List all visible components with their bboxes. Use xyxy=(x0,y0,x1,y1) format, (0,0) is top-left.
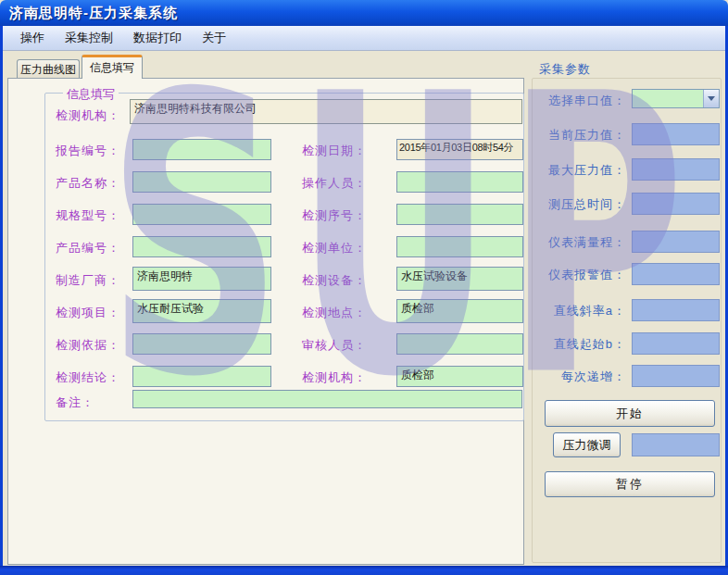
test-date-input[interactable]: 2015年01月03日08时54分 xyxy=(396,139,523,160)
total-time-input[interactable] xyxy=(632,193,720,215)
test-location-input[interactable]: 质检部 xyxy=(396,299,523,323)
test-serial-input[interactable] xyxy=(396,204,523,225)
total-time-label: 测压总时间： xyxy=(519,196,626,213)
current-pressure-label: 当前压力值： xyxy=(519,127,626,144)
manufacturer-input[interactable]: 济南思明特 xyxy=(132,267,271,291)
line-start-b-label: 直线起始b： xyxy=(519,336,626,353)
report-number-label: 报告编号： xyxy=(56,143,120,159)
test-conclusion-input[interactable] xyxy=(132,366,271,387)
start-button[interactable]: 开始 xyxy=(545,400,715,427)
test-location-value: 质检部 xyxy=(401,302,434,315)
test-basis-label: 检测依据： xyxy=(56,337,120,354)
line-start-b-input[interactable] xyxy=(632,332,720,355)
test-org-input[interactable]: 质检部 xyxy=(396,366,523,387)
test-date-value: 2015年01月03日08时54分 xyxy=(399,142,513,153)
test-org-value: 质检部 xyxy=(401,369,434,381)
window-border-bottom xyxy=(0,566,728,575)
acquisition-group-title: 采集参数 xyxy=(539,61,591,78)
gauge-alarm-input[interactable] xyxy=(632,263,720,285)
test-unit-label: 检测单位： xyxy=(302,240,367,256)
menu-item-acquisition-control[interactable]: 采集控制 xyxy=(55,26,123,50)
test-date-label: 检测日期： xyxy=(302,143,367,159)
title-bar: 济南思明特-压力采集系统 xyxy=(0,0,728,26)
gauge-range-label: 仪表满量程： xyxy=(519,234,626,251)
gauge-range-input[interactable] xyxy=(632,231,720,253)
inspection-org-label: 检测机构： xyxy=(56,107,120,124)
operator-label: 操作人员： xyxy=(302,175,367,192)
pause-button[interactable]: 暂停 xyxy=(545,471,715,497)
remarks-label: 备注： xyxy=(56,394,94,411)
pressure-fine-tune-input[interactable] xyxy=(632,433,720,456)
operator-input[interactable] xyxy=(396,171,523,193)
line-slope-a-label: 直线斜率a： xyxy=(519,303,626,319)
test-equipment-input[interactable]: 水压试验设备 xyxy=(396,267,523,291)
window-title: 济南思明特-压力采集系统 xyxy=(9,5,178,22)
test-unit-input[interactable] xyxy=(396,236,523,257)
increment-input[interactable] xyxy=(632,365,720,387)
inspection-org-input[interactable]: 济南思明特科技有限公司 xyxy=(130,99,522,124)
manufacturer-value: 济南思明特 xyxy=(137,269,193,282)
product-name-input[interactable] xyxy=(132,171,271,193)
inspection-org-value: 济南思明特科技有限公司 xyxy=(134,102,257,115)
reviewer-input[interactable] xyxy=(396,333,523,355)
gauge-alarm-label: 仪表报警值： xyxy=(519,267,626,283)
app-window: 济南思明特-压力采集系统 操作 采集控制 数据打印 关于 压力曲线图 信息填写 … xyxy=(0,0,728,575)
test-org-label: 检测机构： xyxy=(302,369,367,386)
reviewer-label: 审核人员： xyxy=(302,337,367,354)
max-pressure-input[interactable] xyxy=(632,158,720,181)
test-item-label: 检测项目： xyxy=(56,305,120,321)
chevron-down-icon xyxy=(708,96,715,101)
test-equipment-label: 检测设备： xyxy=(302,272,367,289)
remarks-input[interactable] xyxy=(132,390,522,408)
product-name-label: 产品名称： xyxy=(56,175,120,192)
test-serial-label: 检测序号： xyxy=(302,207,367,224)
product-number-label: 产品编号： xyxy=(56,240,120,256)
manufacturer-label: 制造厂商： xyxy=(56,272,120,289)
spec-model-input[interactable] xyxy=(132,204,271,225)
spec-model-label: 规格型号： xyxy=(56,207,120,224)
menu-item-operation[interactable]: 操作 xyxy=(10,26,55,50)
combo-dropdown-button[interactable] xyxy=(703,90,719,107)
current-pressure-input[interactable] xyxy=(632,123,720,145)
window-border-left xyxy=(0,26,3,568)
serial-port-label: 选择串口值： xyxy=(519,93,626,109)
test-item-input[interactable]: 水压耐压试验 xyxy=(132,299,271,323)
tab-pressure-curve[interactable]: 压力曲线图 xyxy=(17,59,80,79)
menu-item-about[interactable]: 关于 xyxy=(192,26,236,50)
pressure-fine-tune-button[interactable]: 压力微调 xyxy=(553,432,621,457)
test-basis-input[interactable] xyxy=(132,333,271,355)
info-group-title: 信息填写 xyxy=(63,86,119,103)
menu-bar: 操作 采集控制 数据打印 关于 xyxy=(3,26,725,51)
line-slope-a-input[interactable] xyxy=(632,299,720,321)
test-location-label: 检测地点： xyxy=(302,305,367,321)
product-number-input[interactable] xyxy=(132,236,271,257)
test-equipment-value: 水压试验设备 xyxy=(401,269,468,282)
test-item-value: 水压耐压试验 xyxy=(137,302,204,315)
serial-port-combo[interactable] xyxy=(632,89,720,108)
tab-info-fill[interactable]: 信息填写 xyxy=(82,55,143,79)
menu-item-data-print[interactable]: 数据打印 xyxy=(123,26,192,50)
report-number-input[interactable] xyxy=(132,139,271,160)
serial-port-value xyxy=(633,90,703,107)
max-pressure-label: 最大压力值： xyxy=(519,162,626,179)
test-conclusion-label: 检测结论： xyxy=(56,369,120,386)
increment-label: 每次递增： xyxy=(519,369,626,385)
